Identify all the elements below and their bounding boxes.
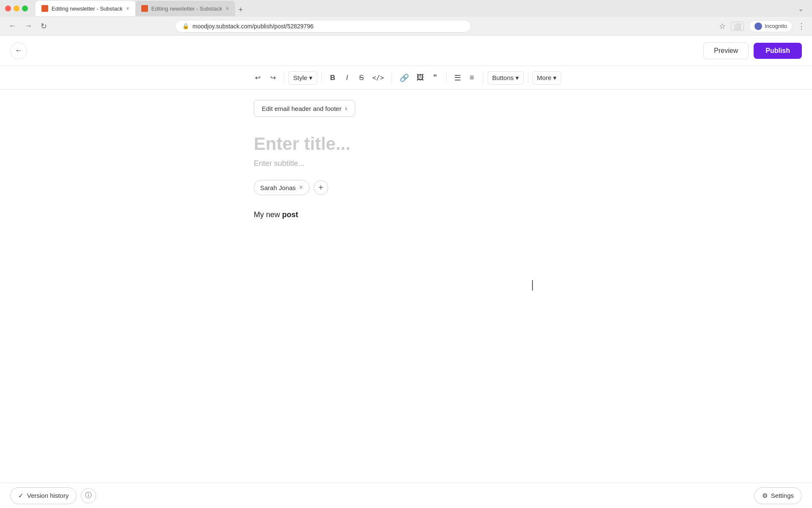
buttons-chevron-icon: ▾ [516, 74, 519, 82]
buttons-dropdown[interactable]: Buttons ▾ [488, 71, 524, 85]
tab-favicon-inactive [141, 5, 148, 12]
undo-button[interactable]: ↩ [251, 71, 264, 85]
tab-close-active[interactable]: × [126, 6, 129, 11]
app-header: ← Preview Publish [0, 36, 812, 66]
title-input[interactable]: Enter title... [254, 134, 558, 154]
address-right-controls: ☆ ⬜ Incognito ⋮ [719, 20, 805, 32]
split-screen-icon[interactable]: ⬜ [731, 22, 744, 31]
bottom-bar: ✓ Version history ⓘ ⚙ Settings [0, 483, 812, 508]
title-bar: Editing newsletter - Substack × Editing … [0, 0, 812, 17]
toolbar-divider-3 [392, 73, 392, 83]
text-cursor [532, 280, 533, 290]
back-button[interactable]: ← [10, 42, 27, 59]
minimize-light[interactable] [14, 6, 19, 11]
code-button[interactable]: </> [369, 71, 387, 85]
more-label: More [537, 74, 551, 81]
ordered-list-button[interactable]: ≡ [465, 71, 479, 85]
forward-button[interactable]: → [23, 20, 34, 32]
list-group: ☰ ≡ [451, 71, 479, 85]
italic-button[interactable]: I [340, 71, 354, 85]
profile-button[interactable]: Incognito [749, 20, 793, 32]
tab-title-active: Editing newsletter - Substack [52, 6, 123, 12]
more-dropdown[interactable]: More ▾ [532, 71, 561, 85]
toolbar-divider-5 [483, 73, 483, 83]
insert-group: 🔗 🖼 " [396, 71, 442, 85]
edit-header-label: Edit email header and footer [262, 105, 341, 112]
header-right: Preview Publish [703, 42, 802, 59]
style-label: Style [293, 74, 307, 81]
window-collapse-btn[interactable]: ⌄ [798, 5, 807, 13]
editor-area: Edit email header and footer › Enter tit… [0, 90, 812, 301]
settings-label: Settings [771, 492, 794, 499]
remove-author-button[interactable]: × [299, 184, 303, 191]
traffic-lights [5, 6, 28, 11]
more-chevron-icon: ▾ [553, 74, 557, 82]
toolbar-divider-2 [321, 73, 322, 83]
author-area: Sarah Jonas × + [254, 180, 558, 195]
toolbar-divider-1 [284, 73, 284, 83]
lock-icon: 🔒 [182, 23, 189, 29]
profile-label: Incognito [765, 23, 787, 29]
address-input-container[interactable]: 🔒 moodjoy.substack.com/publish/post/5282… [175, 20, 471, 33]
editor-inner: Edit email header and footer › Enter tit… [254, 100, 558, 221]
image-button[interactable]: 🖼 [413, 71, 428, 85]
style-dropdown[interactable]: Style ▾ [288, 71, 317, 85]
version-history-label: Version history [27, 492, 69, 499]
tab-favicon-active [41, 5, 48, 12]
subtitle-input[interactable]: Enter subtitle... [254, 159, 558, 168]
edit-email-header-button[interactable]: Edit email header and footer › [254, 100, 355, 117]
style-chevron-icon: ▾ [309, 74, 313, 82]
author-name: Sarah Jonas [260, 184, 296, 191]
subtitle-placeholder: Enter subtitle... [254, 159, 304, 168]
checkmark-icon: ✓ [18, 492, 24, 500]
tab-close-inactive[interactable]: × [225, 6, 229, 11]
tab-active[interactable]: Editing newsletter - Substack × [36, 1, 135, 16]
post-text-bold: post [282, 210, 298, 219]
redo-button[interactable]: ↪ [266, 71, 280, 85]
quote-button[interactable]: " [428, 71, 442, 85]
post-text-plain: My new [254, 210, 282, 219]
back-button[interactable]: ← [7, 20, 18, 32]
post-content[interactable]: My new post [254, 209, 558, 221]
close-light[interactable] [5, 6, 11, 11]
strikethrough-button[interactable]: S [355, 71, 368, 85]
author-tag: Sarah Jonas × [254, 180, 310, 195]
settings-button[interactable]: ⚙ Settings [754, 487, 802, 504]
link-button[interactable]: 🔗 [396, 71, 412, 85]
new-tab-button[interactable]: + [235, 4, 247, 16]
browser-menu-icon[interactable]: ⋮ [798, 22, 805, 31]
maximize-light[interactable] [22, 6, 28, 11]
unordered-list-button[interactable]: ☰ [451, 71, 464, 85]
publish-button[interactable]: Publish [754, 43, 802, 59]
reload-button[interactable]: ↻ [39, 20, 49, 33]
address-text: moodjoy.substack.com/publish/post/528297… [192, 23, 464, 30]
bold-button[interactable]: B [326, 71, 340, 85]
bookmark-icon[interactable]: ☆ [719, 22, 726, 31]
tab-inactive[interactable]: Editing newsletter - Substack × [135, 1, 235, 16]
tabs-bar: Editing newsletter - Substack × Editing … [36, 1, 795, 16]
version-history-button[interactable]: ✓ Version history [10, 487, 77, 504]
buttons-label: Buttons [492, 74, 514, 81]
chevron-right-icon: › [345, 105, 347, 112]
title-placeholder: Enter title... [254, 134, 351, 154]
settings-gear-icon: ⚙ [762, 492, 768, 500]
toolbar: ↩ ↪ Style ▾ B I S </> 🔗 🖼 " ☰ ≡ Buttons … [0, 66, 812, 90]
add-author-button[interactable]: + [314, 180, 328, 195]
toolbar-divider-6 [528, 73, 528, 83]
profile-avatar [754, 22, 762, 30]
toolbar-divider-4 [446, 73, 447, 83]
address-bar: ← → ↻ 🔒 moodjoy.substack.com/publish/pos… [0, 17, 812, 36]
tab-title-inactive: Editing newsletter - Substack [151, 6, 222, 12]
preview-button[interactable]: Preview [703, 42, 749, 59]
formatting-group: B I S </> [326, 71, 387, 85]
info-button[interactable]: ⓘ [81, 488, 96, 503]
